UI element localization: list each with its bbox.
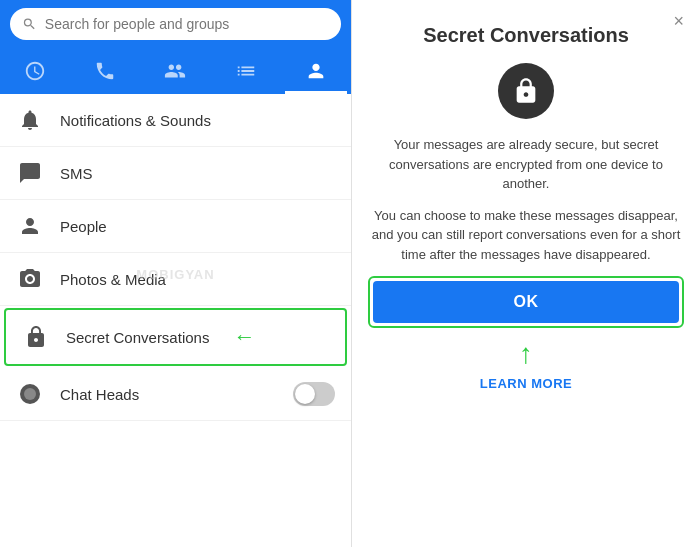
secret-icon bbox=[22, 325, 50, 349]
notifications-icon bbox=[16, 108, 44, 132]
learn-more-button[interactable]: LEARN MORE bbox=[368, 376, 684, 391]
list-icon bbox=[235, 60, 257, 82]
ok-button-wrap: OK bbox=[368, 276, 684, 328]
dialog-text-2: You can choose to make these messages di… bbox=[368, 206, 684, 265]
dialog-title: Secret Conversations bbox=[368, 24, 684, 47]
chatheads-icon bbox=[16, 382, 44, 406]
sms-label: SMS bbox=[60, 165, 93, 182]
nav-tabs bbox=[0, 48, 351, 94]
search-bar bbox=[0, 0, 351, 48]
chatheads-toggle-wrap bbox=[293, 382, 335, 406]
left-panel: Notifications & Sounds SMS People Photos… bbox=[0, 0, 352, 547]
secret-label: Secret Conversations bbox=[66, 329, 209, 346]
lock-icon bbox=[498, 63, 554, 119]
settings-item-photos[interactable]: Photos & Media bbox=[0, 253, 351, 306]
dialog-icon-wrap bbox=[368, 63, 684, 119]
search-input[interactable] bbox=[45, 16, 329, 32]
arrow-left-icon: ← bbox=[233, 324, 255, 350]
tab-groups[interactable] bbox=[215, 54, 277, 88]
settings-item-people[interactable]: People bbox=[0, 200, 351, 253]
photos-label: Photos & Media bbox=[60, 271, 166, 288]
profile-icon bbox=[305, 60, 327, 82]
settings-item-secret[interactable]: Secret Conversations ← bbox=[4, 308, 347, 366]
clock-icon bbox=[24, 60, 46, 82]
settings-item-notifications[interactable]: Notifications & Sounds bbox=[0, 94, 351, 147]
close-button[interactable]: × bbox=[673, 12, 684, 30]
notifications-label: Notifications & Sounds bbox=[60, 112, 211, 129]
dialog-text-1: Your messages are already secure, but se… bbox=[368, 135, 684, 194]
up-arrow-wrap: ↑ bbox=[368, 340, 684, 368]
settings-item-chatheads[interactable]: Chat Heads bbox=[0, 368, 351, 421]
phone-icon bbox=[94, 60, 116, 82]
svg-point-1 bbox=[24, 388, 36, 400]
chatheads-toggle[interactable] bbox=[293, 382, 335, 406]
contacts-icon bbox=[164, 60, 186, 82]
photos-icon bbox=[16, 267, 44, 291]
dialog-panel: × Secret Conversations Your messages are… bbox=[352, 0, 700, 547]
tab-contacts[interactable] bbox=[144, 54, 206, 88]
tab-recent[interactable] bbox=[4, 54, 66, 88]
up-arrow-icon: ↑ bbox=[519, 340, 533, 368]
tab-calls[interactable] bbox=[74, 54, 136, 88]
settings-list: Notifications & Sounds SMS People Photos… bbox=[0, 94, 351, 547]
people-label: People bbox=[60, 218, 107, 235]
people-icon bbox=[16, 214, 44, 238]
settings-item-sms[interactable]: SMS bbox=[0, 147, 351, 200]
chatheads-label: Chat Heads bbox=[60, 386, 139, 403]
ok-button[interactable]: OK bbox=[373, 281, 679, 323]
sms-icon bbox=[16, 161, 44, 185]
search-input-wrap[interactable] bbox=[10, 8, 341, 40]
tab-profile[interactable] bbox=[285, 54, 347, 88]
search-icon bbox=[22, 16, 37, 32]
